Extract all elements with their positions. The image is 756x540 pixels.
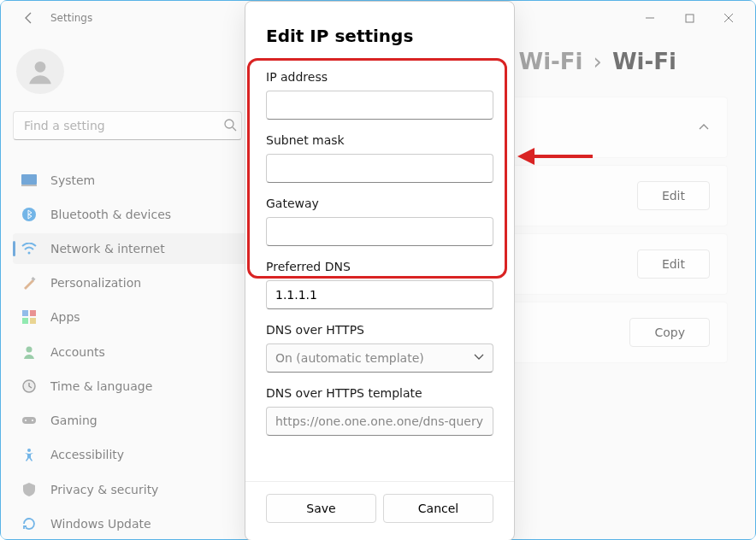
sidebar-item-time-language[interactable]: Time & language xyxy=(13,371,252,402)
avatar[interactable] xyxy=(16,49,64,94)
sidebar-item-system[interactable]: System xyxy=(13,164,252,195)
svg-rect-11 xyxy=(30,318,36,324)
arrow-left-icon xyxy=(22,11,36,25)
system-icon xyxy=(21,173,37,188)
sidebar-item-label: System xyxy=(50,173,95,187)
accounts-icon xyxy=(21,344,37,360)
sidebar-item-accounts[interactable]: Accounts xyxy=(13,337,252,367)
svg-point-12 xyxy=(27,346,32,352)
doh-template-label: DNS over HTTPS template xyxy=(266,386,493,400)
sidebar-item-network[interactable]: Network & internet xyxy=(13,233,252,264)
personalization-icon xyxy=(21,275,37,291)
ip-address-field: IP address xyxy=(266,70,493,120)
sidebar-item-accessibility[interactable]: Accessibility xyxy=(13,439,252,470)
svg-rect-0 xyxy=(686,15,694,22)
dialog-footer: Save Cancel xyxy=(245,481,514,540)
sidebar-item-label: Accessibility xyxy=(50,448,124,461)
sidebar-item-label: Bluetooth & devices xyxy=(50,208,171,221)
sidebar-item-label: Windows Update xyxy=(50,517,151,531)
edit-button[interactable]: Edit xyxy=(637,249,710,279)
sidebar-item-label: Accounts xyxy=(50,345,105,359)
sidebar: System Bluetooth & devices Network & int… xyxy=(1,35,256,539)
sidebar-item-label: Network & internet xyxy=(50,242,165,255)
doh-template-input[interactable] xyxy=(266,407,493,436)
window-title: Settings xyxy=(50,12,92,24)
back-button[interactable] xyxy=(16,5,42,31)
svg-point-15 xyxy=(25,420,27,421)
svg-rect-4 xyxy=(21,185,37,186)
ip-address-label: IP address xyxy=(266,70,493,84)
preferred-dns-input[interactable] xyxy=(266,280,493,309)
search-icon xyxy=(223,118,237,132)
maximize-button[interactable] xyxy=(670,4,709,32)
maximize-icon xyxy=(685,14,694,23)
dns-over-https-field: DNS over HTTPS xyxy=(266,323,493,373)
svg-point-17 xyxy=(27,449,31,452)
sidebar-item-gaming[interactable]: Gaming xyxy=(13,405,252,436)
user-icon xyxy=(26,57,55,86)
wifi-icon xyxy=(21,241,37,256)
svg-point-16 xyxy=(32,420,33,421)
gateway-input[interactable] xyxy=(266,217,493,246)
cancel-button[interactable]: Cancel xyxy=(383,494,493,523)
breadcrumb-parent[interactable]: Wi-Fi xyxy=(518,49,582,74)
chevron-right-icon: › xyxy=(594,49,602,74)
minimize-button[interactable] xyxy=(630,4,670,32)
sidebar-item-bluetooth[interactable]: Bluetooth & devices xyxy=(13,199,252,230)
subnet-mask-field: Subnet mask xyxy=(266,133,493,183)
search-wrap xyxy=(13,111,252,140)
sidebar-item-update[interactable]: Windows Update xyxy=(13,508,252,539)
preferred-dns-field: Preferred DNS xyxy=(266,260,493,309)
sidebar-item-apps[interactable]: Apps xyxy=(13,302,252,332)
save-button[interactable]: Save xyxy=(266,494,376,523)
sidebar-item-personalization[interactable]: Personalization xyxy=(13,267,252,298)
edit-ip-settings-dialog: Edit IP settings IP address Subnet mask … xyxy=(245,1,515,540)
minimize-icon xyxy=(645,13,655,23)
sidebar-item-label: Gaming xyxy=(50,414,97,427)
sidebar-item-label: Personalization xyxy=(50,276,141,290)
copy-button[interactable]: Copy xyxy=(629,318,710,347)
settings-window: Settings System xyxy=(0,0,756,540)
svg-rect-10 xyxy=(22,318,28,324)
subnet-mask-input[interactable] xyxy=(266,154,493,183)
window-controls xyxy=(630,4,748,32)
svg-rect-9 xyxy=(30,310,36,316)
svg-point-6 xyxy=(28,251,31,254)
subnet-mask-label: Subnet mask xyxy=(266,133,493,147)
dns-over-https-label: DNS over HTTPS xyxy=(266,323,493,337)
sidebar-item-label: Apps xyxy=(50,310,80,324)
sidebar-item-privacy[interactable]: Privacy & security xyxy=(13,474,252,505)
gaming-icon xyxy=(21,413,37,428)
dns-over-https-select[interactable] xyxy=(266,343,493,373)
breadcrumb-current: Wi-Fi xyxy=(612,49,676,74)
ip-address-input[interactable] xyxy=(266,91,493,120)
svg-rect-8 xyxy=(22,310,28,316)
svg-point-1 xyxy=(35,62,46,73)
chevron-up-icon xyxy=(698,121,710,133)
edit-button[interactable]: Edit xyxy=(637,181,710,210)
dialog-title: Edit IP settings xyxy=(245,2,514,56)
apps-icon xyxy=(21,309,37,325)
close-icon xyxy=(724,13,734,23)
time-icon xyxy=(21,379,37,394)
gateway-field: Gateway xyxy=(266,197,493,246)
update-icon xyxy=(21,516,37,531)
svg-rect-14 xyxy=(22,417,36,424)
bluetooth-icon xyxy=(21,207,37,222)
accessibility-icon xyxy=(21,447,37,462)
search-input[interactable] xyxy=(13,111,242,140)
close-button[interactable] xyxy=(709,4,748,32)
sidebar-item-label: Time & language xyxy=(50,379,152,393)
svg-rect-3 xyxy=(21,174,37,185)
svg-point-2 xyxy=(225,120,233,128)
sidebar-item-label: Privacy & security xyxy=(50,483,158,496)
doh-template-field: DNS over HTTPS template xyxy=(266,386,493,436)
preferred-dns-label: Preferred DNS xyxy=(266,260,493,273)
gateway-label: Gateway xyxy=(266,197,493,210)
shield-icon xyxy=(21,482,37,497)
